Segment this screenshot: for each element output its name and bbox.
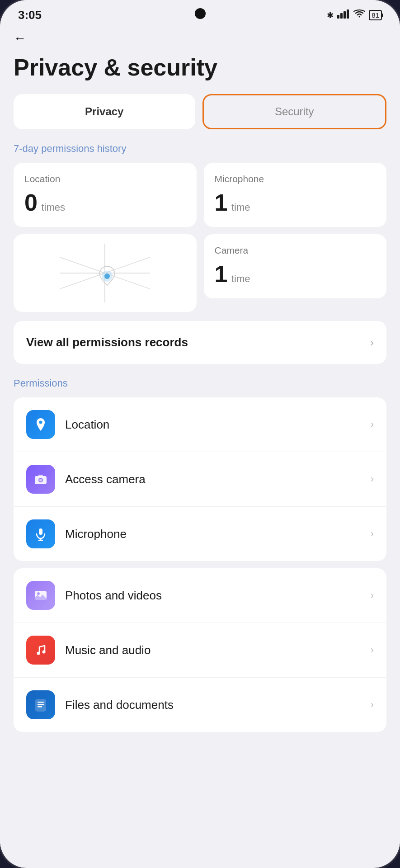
camera-history-card: Camera 1 time <box>204 234 387 298</box>
back-button[interactable]: ← <box>14 31 386 46</box>
location-map-card <box>14 234 197 312</box>
files-perm-chevron-icon: › <box>371 699 374 711</box>
permissions-group-1: Location › Access camera › <box>14 397 386 561</box>
bluetooth-icon: ✱ <box>327 10 334 20</box>
svg-rect-25 <box>38 706 42 708</box>
files-perm-label: Files and documents <box>65 698 371 712</box>
permission-item-camera[interactable]: Access camera › <box>14 452 386 507</box>
microphone-history-card: Microphone 1 time <box>204 163 387 227</box>
microphone-unit: time <box>231 202 250 213</box>
tab-privacy[interactable]: Privacy <box>14 94 195 129</box>
camera-card-label: Camera <box>215 245 376 256</box>
svg-rect-22 <box>36 699 46 711</box>
permission-item-microphone[interactable]: Microphone › <box>14 507 386 561</box>
history-section-label: 7-day permissions history <box>14 143 386 155</box>
music-perm-label: Music and audio <box>65 643 371 657</box>
svg-rect-3 <box>347 9 349 19</box>
svg-point-10 <box>39 421 42 424</box>
music-perm-icon <box>26 636 55 665</box>
permission-item-location[interactable]: Location › <box>14 397 386 452</box>
microphone-perm-label: Microphone <box>65 527 371 541</box>
microphone-perm-icon <box>26 519 55 548</box>
files-perm-icon <box>26 690 55 719</box>
permissions-group-2: Photos and videos › Music and audio › <box>14 568 386 732</box>
phone-frame: 3:05 ✱ <box>0 0 400 868</box>
permissions-section-label: Permissions <box>14 377 386 389</box>
camera-perm-icon <box>26 465 55 494</box>
view-all-text: View all permissions records <box>26 335 188 349</box>
svg-rect-15 <box>39 528 42 535</box>
location-history-card: Location 0 times <box>14 163 197 227</box>
location-unit: times <box>41 202 65 213</box>
microphone-perm-chevron-icon: › <box>371 528 374 540</box>
photos-perm-label: Photos and videos <box>65 589 371 603</box>
camera-count: 1 <box>215 261 228 287</box>
camera-notch <box>195 8 206 19</box>
permission-item-photos[interactable]: Photos and videos › <box>14 568 386 623</box>
svg-rect-0 <box>337 15 339 19</box>
battery-level: 81 <box>372 11 379 19</box>
view-all-chevron-icon: › <box>370 336 374 349</box>
microphone-count: 1 <box>215 189 228 216</box>
main-content: ← Privacy & security Privacy Security 7-… <box>0 27 400 868</box>
permission-item-music[interactable]: Music and audio › <box>14 623 386 678</box>
tab-security[interactable]: Security <box>202 94 387 129</box>
permission-item-files[interactable]: Files and documents › <box>14 678 386 732</box>
map-area <box>21 241 189 305</box>
page-title: Privacy & security <box>14 55 386 80</box>
phone-screen: 3:05 ✱ <box>0 0 400 868</box>
svg-point-20 <box>37 652 40 655</box>
status-icons: ✱ <box>327 9 382 21</box>
location-perm-chevron-icon: › <box>371 419 374 430</box>
camera-unit: time <box>231 273 250 284</box>
right-column: Microphone 1 time Camera 1 time <box>204 163 387 312</box>
location-perm-label: Location <box>65 418 371 432</box>
svg-rect-14 <box>38 475 43 477</box>
svg-rect-23 <box>38 702 44 703</box>
camera-perm-label: Access camera <box>65 472 371 486</box>
photos-perm-icon <box>26 581 55 610</box>
svg-rect-2 <box>344 11 346 19</box>
battery-icon: 81 <box>369 10 382 20</box>
svg-rect-1 <box>340 13 343 19</box>
location-count: 0 <box>24 189 38 216</box>
left-column: Location 0 times <box>14 163 197 312</box>
svg-point-13 <box>39 479 42 481</box>
history-grid: Location 0 times <box>14 163 386 312</box>
svg-point-9 <box>104 274 110 279</box>
signal-bars-icon <box>337 9 350 21</box>
location-card-label: Location <box>24 174 186 184</box>
wifi-icon <box>353 9 365 21</box>
camera-perm-chevron-icon: › <box>371 473 374 485</box>
microphone-card-label: Microphone <box>215 174 376 184</box>
photos-perm-chevron-icon: › <box>371 590 374 601</box>
map-svg <box>60 244 150 302</box>
svg-rect-24 <box>38 704 44 705</box>
svg-point-21 <box>42 651 46 654</box>
svg-point-19 <box>37 592 40 595</box>
tab-switcher: Privacy Security <box>14 94 386 129</box>
back-arrow-icon: ← <box>14 31 26 45</box>
music-perm-chevron-icon: › <box>371 644 374 656</box>
status-time: 3:05 <box>18 8 42 22</box>
view-all-permissions-button[interactable]: View all permissions records › <box>14 321 386 364</box>
location-perm-icon <box>26 410 55 439</box>
